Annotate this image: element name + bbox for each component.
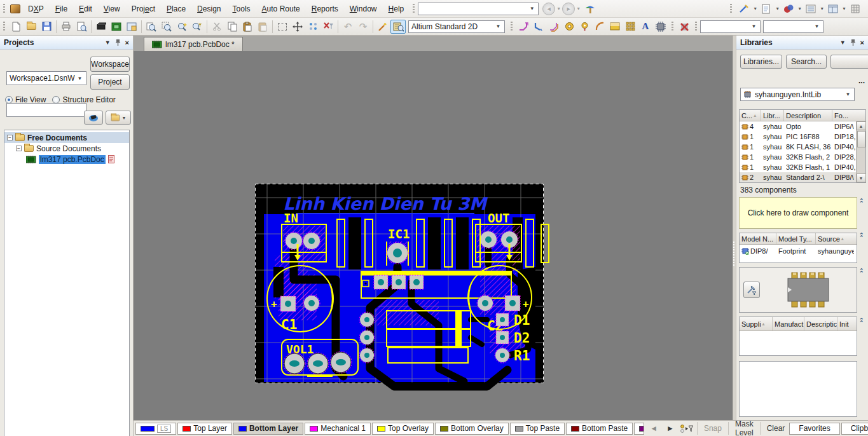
layer-tab-bottom-layer[interactable]: Bottom Layer [233, 423, 303, 435]
chevron-down-icon[interactable]: ▼ [775, 6, 780, 11]
collapse-section-icon[interactable]: ⌃⌃ [859, 319, 864, 324]
chevron-down-icon[interactable]: ▼ [495, 24, 502, 29]
pcb-label-ic1[interactable]: IC1 [388, 227, 410, 241]
place-via-icon[interactable] [577, 20, 592, 34]
pcb-label-out[interactable]: OUT [488, 211, 509, 225]
menu-dxp[interactable]: DXP [22, 2, 50, 16]
pcb-label-d2[interactable]: D2 [514, 330, 530, 346]
menu-place[interactable]: Place [161, 2, 191, 16]
col-supplier[interactable]: Suppli▴ [740, 317, 773, 330]
list-tools-icon[interactable] [803, 2, 818, 16]
simulation-tools-icon[interactable] [781, 2, 796, 16]
chevron-down-icon[interactable]: ▼ [753, 6, 757, 11]
chevron-down-icon[interactable]: ▼ [844, 92, 851, 97]
panel-menu-icon[interactable]: ▼ [840, 39, 846, 46]
paste-icon[interactable] [240, 20, 255, 34]
remove-component-icon[interactable] [677, 20, 692, 34]
menu-design[interactable]: Design [191, 2, 226, 16]
print-preview-icon[interactable] [74, 20, 89, 34]
redo-icon[interactable]: ↷ [355, 20, 371, 34]
component-row[interactable]: 1 syhau 32KB Flash, 2 DIP28, [740, 152, 856, 162]
layer-tab-bottom-paste[interactable]: Bottom Paste [566, 423, 633, 435]
interactive-routing-icon[interactable] [516, 20, 531, 34]
col-model-source[interactable]: Source▴ [816, 233, 855, 244]
close-icon[interactable]: × [860, 39, 864, 46]
collapse-section-icon[interactable]: ⌃⌃ [859, 269, 864, 275]
scroll-layers-left-icon[interactable]: ◄ [645, 423, 662, 434]
library-select-combo[interactable]: syhaunguyen.IntLib ▼ [740, 88, 855, 101]
menu-edit[interactable]: Edit [73, 2, 98, 16]
workspace-combo[interactable]: Workspace1.DsnW ▼ [6, 71, 86, 85]
col-footprint[interactable]: Fo... [832, 110, 855, 121]
open-document-icon[interactable] [24, 20, 39, 34]
back-dropdown-icon[interactable]: ▼ [556, 6, 561, 11]
copy-icon[interactable] [224, 20, 240, 34]
place-button[interactable] [830, 55, 868, 69]
file-view-radio[interactable] [5, 96, 13, 104]
panels-icon[interactable] [124, 20, 139, 34]
snap-button[interactable]: Snap [699, 423, 726, 434]
place-component-icon[interactable] [653, 20, 668, 34]
tree-item-pcbdoc[interactable]: lm317 pcb.PcbDoc [4, 154, 129, 165]
col-model-type[interactable]: Model Ty... [776, 233, 816, 244]
draw-component-hint[interactable]: Click here to draw component [739, 197, 857, 229]
pad-array-icon[interactable] [623, 20, 638, 34]
place-string-icon[interactable]: A [638, 20, 653, 34]
col-manufacturer[interactable]: Manufact [773, 317, 804, 330]
view-mode-combo[interactable]: Altium Standard 2D ▼ [408, 20, 505, 33]
toolbar-grip[interactable] [695, 22, 697, 32]
chevron-down-icon[interactable]: ▼ [797, 6, 802, 11]
model-row[interactable]: DIP8/ Footprint syhaunguye [740, 245, 857, 257]
paste-special-icon[interactable] [255, 20, 270, 34]
pcb-editor-canvas[interactable]: Linh Kien Dien Tu 3M IN [134, 51, 733, 420]
chevron-down-icon[interactable]: ▼ [820, 6, 824, 11]
chevron-down-icon[interactable]: ▼ [813, 24, 820, 29]
preview-filter-button[interactable] [743, 282, 760, 298]
footprint-combo[interactable]: ▼ [763, 20, 823, 33]
menu-window[interactable]: Window [344, 2, 383, 16]
toolbar-grip[interactable] [413, 4, 415, 14]
component-row-selected[interactable]: 2 syhau Standard 2-\ DIP8/\ [740, 172, 856, 182]
chevron-down-icon[interactable]: ▼ [842, 6, 846, 11]
mask-level-button[interactable]: Mask Level [731, 418, 758, 436]
menu-help[interactable]: Help [383, 2, 410, 16]
zoom-point-icon[interactable] [174, 20, 189, 34]
scroll-up-icon[interactable]: ▲ [857, 121, 866, 130]
navigation-address-combo[interactable]: ▼ [418, 3, 539, 15]
window-layout-icon[interactable] [825, 2, 841, 16]
menu-reports[interactable]: Reports [306, 2, 344, 16]
zoom-selected-icon[interactable] [189, 20, 205, 34]
clear-button[interactable]: Clear [762, 423, 790, 434]
layer-tab-top-solder[interactable]: Top So [634, 423, 644, 435]
toolbar-grip[interactable] [730, 4, 732, 14]
tree-item-source-documents[interactable]: − Source Documents [4, 143, 129, 154]
layer-color-filter-icon[interactable] [680, 425, 693, 433]
library-more-button[interactable]: ... [857, 74, 866, 87]
menu-file[interactable]: File [50, 2, 73, 16]
chevron-down-icon[interactable]: ▼ [528, 6, 535, 11]
pcb-label-c1[interactable]: C1 [281, 317, 297, 332]
scroll-down-icon[interactable]: ▼ [857, 174, 866, 182]
home-icon[interactable] [584, 3, 596, 15]
collapse-section-icon[interactable]: ⌃⌃ [859, 234, 864, 239]
layer-set-tab[interactable]: LS [135, 423, 176, 435]
open-project-folder-button[interactable]: ▼ [106, 111, 131, 125]
forward-dropdown-icon[interactable]: ▼ [576, 6, 581, 11]
col-model-name[interactable]: Model N... [740, 233, 776, 244]
pcb-label-in[interactable]: IN [284, 211, 298, 225]
route-track-icon[interactable] [531, 20, 546, 34]
move-selection-icon[interactable] [290, 20, 305, 34]
project-combo[interactable] [6, 103, 86, 117]
toolbar-grip[interactable] [511, 22, 513, 32]
col-supplier-description[interactable]: Descriptic [804, 317, 837, 330]
grid-icon[interactable] [848, 2, 863, 16]
back-button[interactable]: ◄ [542, 3, 555, 15]
print-icon[interactable] [59, 20, 74, 34]
workspace-button[interactable]: Workspace [90, 57, 130, 72]
structure-editor-radio[interactable] [52, 96, 60, 104]
view-3d-icon[interactable] [93, 20, 109, 34]
component-row[interactable]: 1 syhau PIC 16F88 DIP18, [740, 132, 856, 142]
components-scrollbar[interactable]: ▲ ▼ [856, 121, 865, 182]
layer-tab-bottom-overlay[interactable]: Bottom Overlay [435, 423, 509, 435]
col-library[interactable]: Libr... [761, 110, 784, 121]
